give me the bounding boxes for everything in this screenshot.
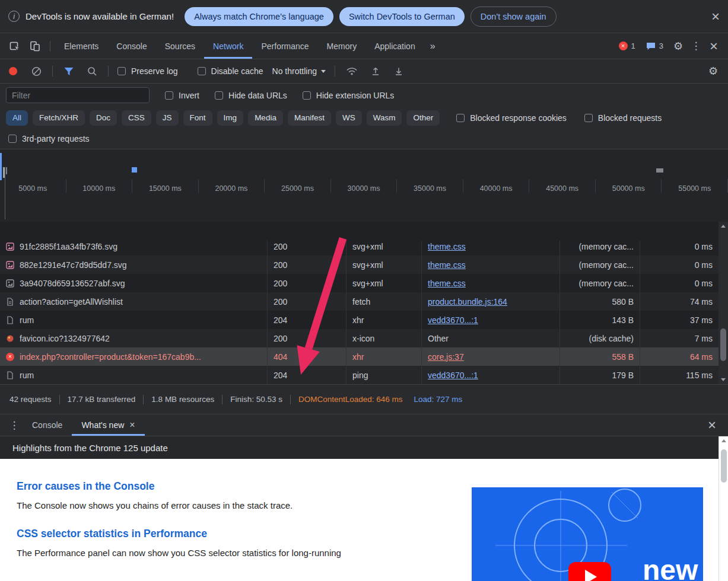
close-icon[interactable]: × — [129, 420, 135, 430]
request-status: 200 — [267, 292, 346, 311]
table-row[interactable]: rum 204 xhr vedd3670...:1 143 B 37 ms — [0, 311, 719, 329]
drawer-tab-console[interactable]: Console — [23, 414, 72, 436]
chip-other[interactable]: Other — [406, 110, 440, 126]
tab-memory[interactable]: Memory — [318, 33, 366, 59]
request-status: 204 — [267, 366, 346, 384]
tab-performance[interactable]: Performance — [252, 33, 317, 59]
initiator-link[interactable]: theme.css — [428, 260, 466, 270]
error-badge[interactable]: × 1 — [613, 42, 641, 50]
image-file-icon — [6, 261, 14, 269]
chip-manifest[interactable]: Manifest — [288, 110, 331, 126]
request-name: favicon.ico?1324977642 — [20, 334, 110, 343]
scrollbar-thumb[interactable] — [721, 449, 727, 483]
network-settings-button[interactable]: ⚙ — [704, 65, 722, 78]
settings-button[interactable]: ⚙ — [669, 40, 688, 53]
request-name: rum — [20, 315, 34, 325]
table-scrollbar[interactable] — [719, 222, 728, 384]
third-party-checkbox[interactable]: 3rd-party requests — [8, 134, 90, 143]
chip-media[interactable]: Media — [248, 110, 283, 126]
table-row[interactable]: action?action=getAllWishlist 200 fetch p… — [0, 292, 719, 311]
table-row-error[interactable]: × index.php?controller=product&token=167… — [0, 347, 719, 366]
initiator-link[interactable]: core.js:37 — [428, 352, 464, 362]
filter-toggle-button[interactable] — [62, 67, 76, 76]
drawer-menu-button[interactable]: ⋮ — [6, 419, 23, 432]
menu-button[interactable]: ⋮ — [688, 40, 704, 52]
checkbox-icon — [456, 114, 465, 122]
search-button[interactable] — [85, 66, 99, 76]
chip-img[interactable]: Img — [217, 110, 244, 126]
checkbox-icon — [198, 67, 206, 75]
request-size: (memory cac... — [559, 256, 640, 274]
play-icon — [585, 570, 597, 581]
scroll-up-icon[interactable] — [721, 439, 726, 442]
initiator-link[interactable]: vedd3670...:1 — [428, 315, 478, 325]
match-language-button[interactable]: Always match Chrome's language — [185, 7, 333, 26]
checkbox-icon — [165, 91, 173, 100]
chip-font[interactable]: Font — [183, 110, 212, 126]
issues-badge[interactable]: 3 — [641, 42, 669, 50]
tab-console[interactable]: Console — [107, 33, 155, 59]
hide-data-urls-checkbox[interactable]: Hide data URLs — [215, 91, 287, 100]
initiator-link[interactable]: theme.css — [428, 242, 466, 251]
tab-network[interactable]: Network — [204, 33, 252, 59]
scroll-up-icon[interactable] — [721, 225, 726, 228]
switch-language-button[interactable]: Switch DevTools to German — [339, 7, 465, 26]
blocked-requests-checkbox[interactable]: Blocked requests — [584, 113, 662, 123]
filter-input[interactable] — [6, 87, 150, 103]
table-row[interactable]: rum 204 ping vedd3670...:1 179 B 115 ms — [0, 366, 719, 384]
initiator-link[interactable]: theme.css — [428, 279, 466, 288]
clear-button[interactable] — [29, 66, 43, 76]
export-har-button[interactable] — [392, 66, 406, 76]
close-devtools-button[interactable]: × — [704, 39, 723, 53]
import-har-button[interactable] — [368, 66, 383, 76]
play-button[interactable] — [568, 562, 611, 581]
preserve-log-checkbox[interactable]: Preserve log — [117, 66, 178, 76]
dont-show-again-button[interactable]: Don't show again — [471, 7, 557, 27]
drawer-close-button[interactable]: × — [702, 418, 722, 432]
table-row[interactable]: favicon.ico?1324977642 200 x-icon Other … — [0, 329, 719, 347]
timeline-tick: 20000 ms — [199, 179, 265, 193]
disable-cache-checkbox[interactable]: Disable cache — [198, 66, 263, 76]
error-icon: × — [619, 42, 628, 50]
hide-extension-urls-checkbox[interactable]: Hide extension URLs — [303, 91, 395, 100]
more-tabs-button[interactable]: » — [424, 41, 441, 52]
chip-all[interactable]: All — [6, 110, 28, 126]
section-body: The Performance panel can now show you C… — [17, 548, 456, 558]
initiator-link[interactable]: product.bundle.js:164 — [428, 297, 507, 307]
blocked-cookies-checkbox[interactable]: Blocked response cookies — [456, 113, 567, 123]
chip-js[interactable]: JS — [156, 110, 179, 126]
tab-sources[interactable]: Sources — [156, 33, 204, 59]
device-toolbar-button[interactable] — [25, 40, 45, 52]
chip-wasm[interactable]: Wasm — [367, 110, 402, 126]
chip-css[interactable]: CSS — [122, 110, 151, 126]
network-conditions-button[interactable] — [344, 66, 360, 76]
scroll-down-icon[interactable] — [721, 378, 726, 381]
infobar-message: DevTools is now available in German! — [26, 11, 174, 21]
invert-checkbox[interactable]: Invert — [165, 91, 199, 100]
network-filter-row: Invert Hide data URLs Hide extension URL… — [0, 84, 728, 107]
infobar-close-button[interactable]: × — [711, 9, 720, 24]
timeline-overview[interactable]: 5000 ms 10000 ms 15000 ms 20000 ms 25000… — [0, 149, 728, 222]
request-time: 37 ms — [640, 311, 719, 329]
chip-doc[interactable]: Doc — [90, 110, 117, 126]
video-thumbnail[interactable]: new — [472, 487, 703, 581]
request-time: 115 ms — [640, 366, 719, 384]
tab-elements[interactable]: Elements — [55, 33, 107, 59]
drawer-scrollbar[interactable] — [719, 436, 728, 581]
scrollbar-thumb[interactable] — [720, 328, 726, 361]
request-type: x-icon — [346, 329, 421, 347]
chip-fetch-xhr[interactable]: Fetch/XHR — [33, 110, 85, 126]
record-button[interactable] — [6, 67, 20, 75]
inspect-element-button[interactable] — [5, 40, 25, 52]
table-row[interactable]: 882e1291e47c7d9d5dd7.svg 200 svg+xml the… — [0, 256, 719, 274]
request-time: 64 ms — [640, 347, 719, 366]
table-row[interactable]: 91fc2885f1aa34fb73f6.svg 200 svg+xml the… — [0, 241, 719, 256]
initiator-link[interactable]: vedd3670...:1 — [428, 371, 478, 380]
chip-ws[interactable]: WS — [336, 110, 362, 126]
request-time: 0 ms — [640, 241, 719, 256]
tab-application[interactable]: Application — [365, 33, 424, 59]
drawer-tab-whats-new[interactable]: What's new × — [72, 414, 144, 436]
domcontentloaded-time: DOMContentLoaded: 646 ms — [298, 395, 403, 404]
throttling-select[interactable]: No throttling — [272, 66, 326, 76]
table-row[interactable]: 3a94078d659136527abf.svg 200 svg+xml the… — [0, 274, 719, 292]
